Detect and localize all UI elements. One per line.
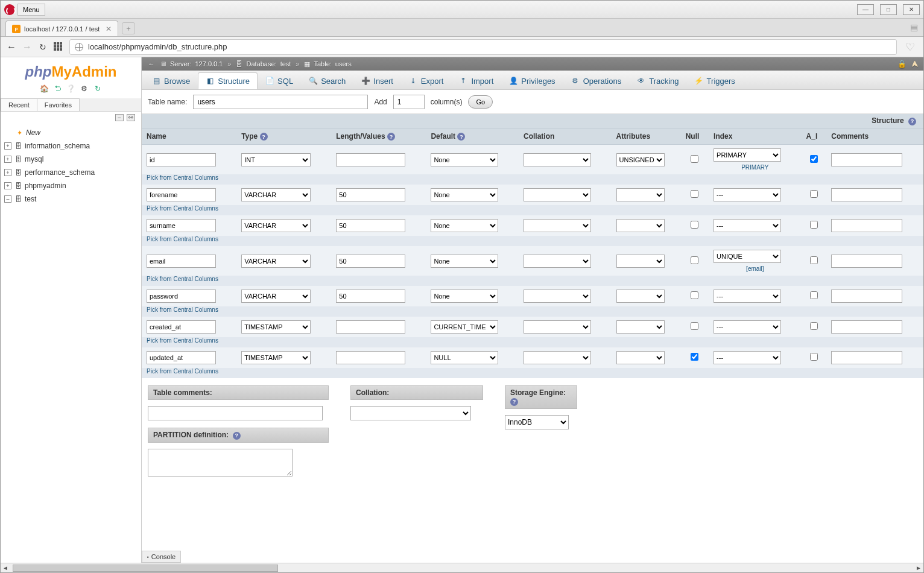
column-ai-checkbox[interactable] [810,190,818,198]
column-type-select[interactable]: VARCHAR [241,188,311,201]
expand-icon[interactable]: + [4,169,11,176]
pick-central-columns-link[interactable]: Pick from Central Columns [147,368,218,375]
column-index-select[interactable]: --- [714,188,781,201]
column-collation-select[interactable] [524,351,591,364]
browser-tab[interactable]: p localhost / 127.0.0.1 / test ✕ [5,21,118,36]
column-attributes-select[interactable] [616,320,665,334]
column-null-checkbox[interactable] [691,190,698,198]
column-length-input[interactable] [336,153,405,166]
storage-engine-select[interactable]: InnoDB [505,415,569,429]
column-index-select[interactable]: --- [714,320,781,334]
column-null-checkbox[interactable] [691,353,698,361]
column-null-checkbox[interactable] [691,291,698,299]
collapse-tree-button[interactable]: – [115,114,124,121]
column-type-select[interactable]: TIMESTAMP [241,320,311,334]
new-tab-button[interactable]: ＋ [122,22,135,34]
expand-icon[interactable]: – [4,195,11,203]
column-name-input[interactable] [147,188,216,201]
column-comments-input[interactable] [831,351,902,364]
column-collation-select[interactable] [524,153,591,166]
column-ai-checkbox[interactable] [810,256,818,264]
column-index-select[interactable]: PRIMARY [714,148,781,162]
pick-central-columns-link[interactable]: Pick from Central Columns [147,337,218,344]
column-collation-select[interactable] [524,219,591,232]
column-name-input[interactable] [147,351,216,364]
tree-db-item[interactable]: + 🗄information_schema [4,139,138,153]
tab-operations[interactable]: ⚙Operations [563,72,630,89]
column-type-select[interactable]: INT [241,153,311,166]
go-button[interactable]: Go [468,95,493,109]
reload-button[interactable]: ↻ [38,42,48,52]
column-attributes-select[interactable] [616,290,665,303]
horizontal-scrollbar[interactable]: ◄► [1,563,923,572]
tree-db-item[interactable]: + 🗄phpmyadmin [4,179,138,192]
window-minimize-button[interactable]: — [857,4,874,15]
expand-icon[interactable]: + [4,142,11,150]
help-icon[interactable]: ? [233,432,241,440]
tab-export[interactable]: ⤓Export [401,72,452,89]
column-attributes-select[interactable] [616,219,665,232]
tab-triggers[interactable]: ⚡Triggers [687,72,743,89]
url-bar[interactable] [69,39,897,55]
column-comments-input[interactable] [831,219,902,232]
column-default-select[interactable]: None [431,290,498,303]
column-null-checkbox[interactable] [691,256,698,264]
column-comments-input[interactable] [831,320,902,334]
column-attributes-select[interactable] [616,255,665,268]
home-icon[interactable]: 🏠 [40,84,49,93]
breadcrumb-table[interactable]: users [335,60,352,68]
column-index-select[interactable]: --- [714,219,781,232]
tree-db-item[interactable]: – 🗄test [4,192,138,206]
column-attributes-select[interactable] [616,188,665,201]
logout-icon[interactable]: ⮌ [53,84,63,93]
table-name-input[interactable] [193,95,368,109]
column-name-input[interactable] [147,290,216,303]
expand-icon[interactable]: + [4,156,11,163]
column-type-select[interactable]: TIMESTAMP [241,351,311,364]
column-ai-checkbox[interactable] [810,155,818,163]
column-default-select[interactable]: None [431,219,498,232]
breadcrumb-server[interactable]: 127.0.0.1 [195,60,223,68]
column-default-select[interactable]: CURRENT_TIME [431,320,498,334]
pick-central-columns-link[interactable]: Pick from Central Columns [147,236,218,242]
pick-central-columns-link[interactable]: Pick from Central Columns [147,306,218,313]
column-collation-select[interactable] [524,290,591,303]
tree-new-db[interactable]: ✦ New [4,126,138,139]
tab-browse[interactable]: ▤Browse [144,72,198,89]
help-icon[interactable]: ? [457,133,465,141]
recent-tab[interactable]: Recent [1,98,37,111]
column-name-input[interactable] [147,320,216,334]
column-null-checkbox[interactable] [691,155,698,163]
column-comments-input[interactable] [831,255,902,268]
column-default-select[interactable]: NULL [431,351,498,364]
column-length-input[interactable] [336,320,405,334]
column-default-select[interactable]: None [431,153,498,166]
tab-privileges[interactable]: 👤Privileges [501,72,563,89]
column-index-select[interactable]: UNIQUE [714,250,781,263]
column-type-select[interactable]: VARCHAR [241,255,311,268]
bookmark-button[interactable]: ♡ [903,40,917,54]
nav-back-button[interactable]: ← [7,42,16,52]
help-icon[interactable]: ? [387,133,395,141]
tab-insert[interactable]: ➕Insert [353,72,401,89]
favorites-tab[interactable]: Favorites [37,98,80,111]
console-toggle[interactable]: Console [142,551,181,563]
column-type-select[interactable]: VARCHAR [241,290,311,303]
column-index-select[interactable]: --- [714,290,781,303]
column-attributes-select[interactable]: UNSIGNED [616,153,665,166]
column-comments-input[interactable] [831,188,902,201]
column-null-checkbox[interactable] [691,221,698,229]
pick-central-columns-link[interactable]: Pick from Central Columns [147,276,218,282]
tab-close-icon[interactable]: ✕ [106,25,112,33]
docs-icon[interactable]: ❔ [66,84,76,93]
tab-search[interactable]: 🔍Search [301,72,353,89]
link-tree-button[interactable]: ⚯ [127,114,135,121]
column-comments-input[interactable] [831,153,902,166]
tab-structure[interactable]: ◧Structure [198,72,258,89]
settings-icon[interactable]: ⚙ [80,84,89,93]
tree-db-item[interactable]: + 🗄mysql [4,153,138,166]
column-length-input[interactable] [336,351,405,364]
pick-central-columns-link[interactable]: Pick from Central Columns [147,174,218,181]
column-type-select[interactable]: VARCHAR [241,219,311,232]
column-null-checkbox[interactable] [691,322,698,330]
